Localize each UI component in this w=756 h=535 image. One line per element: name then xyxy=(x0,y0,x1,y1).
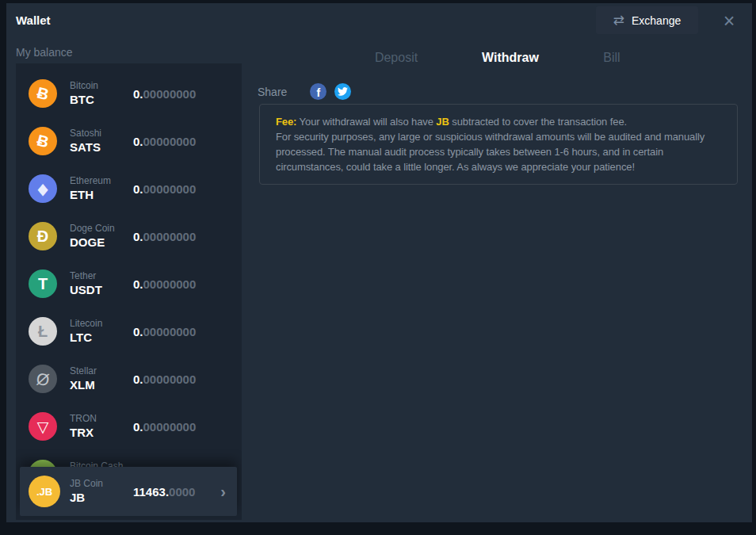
wallet-dialog: Wallet ⇄ Exchange × My balance Deposit W… xyxy=(6,3,752,522)
coin-name: TRON xyxy=(70,413,133,425)
my-balance-label: My balance xyxy=(16,46,73,59)
exchange-button-label: Exchange xyxy=(632,14,681,27)
exchange-button[interactable]: ⇄ Exchange xyxy=(596,6,698,34)
coin-name: Doge Coin xyxy=(70,223,133,235)
facebook-share-button[interactable]: f xyxy=(310,83,326,100)
coin-row-eth[interactable]: ◆ EthereumETH 0.00000000 xyxy=(16,165,242,212)
coin-balance: 0.00000000 xyxy=(133,87,196,101)
tether-icon: T xyxy=(29,269,57,298)
coin-name: Satoshi xyxy=(70,128,133,139)
coin-name: Ethereum xyxy=(70,175,133,187)
twitter-share-button[interactable] xyxy=(334,83,351,100)
fee-notice: Fee: Your withdrawal will also have JB s… xyxy=(259,104,738,185)
satoshi-icon: Ƀ xyxy=(29,127,57,155)
coin-symbol: LTC xyxy=(70,330,133,345)
coin-symbol: DOGE xyxy=(70,235,133,250)
coin-symbol: SATS xyxy=(70,139,133,155)
coin-row-ltc[interactable]: Ł LitecoinLTC 0.00000000 xyxy=(16,308,242,355)
tab-withdraw[interactable]: Withdraw xyxy=(482,51,539,65)
coin-balance: 0.00000000 xyxy=(133,135,196,148)
coin-name: Bitcoin xyxy=(70,80,133,92)
tab-deposit[interactable]: Deposit xyxy=(375,51,418,65)
coin-symbol: XLM xyxy=(70,377,133,392)
ethereum-icon: ◆ xyxy=(29,174,57,203)
fee-notice-body: For security purposes, any large or susp… xyxy=(276,129,721,174)
coin-row-usdt[interactable]: T TetherUSDT 0.00000000 xyxy=(16,260,242,308)
twitter-bird-icon xyxy=(338,87,348,96)
coin-name: Litecoin xyxy=(70,318,133,330)
jb-coin-icon: .JB xyxy=(29,476,60,507)
chevron-right-icon: › xyxy=(220,483,226,499)
coin-balance: 0.00000000 xyxy=(133,230,196,243)
coin-row-trx[interactable]: ▽ TRONTRX 0.00000000 xyxy=(16,403,242,450)
coin-row-btc[interactable]: Ƀ BitcoinBTC 0.00000000 xyxy=(16,70,242,117)
bitcoin-icon: Ƀ xyxy=(29,79,57,108)
share-label: Share xyxy=(258,86,287,98)
fee-jb-highlight: JB xyxy=(436,116,449,128)
close-icon[interactable]: × xyxy=(717,9,741,32)
coin-balance: 0.00000000 xyxy=(133,182,196,196)
coin-balance: 0.00000000 xyxy=(133,325,196,338)
litecoin-icon: Ł xyxy=(29,317,57,346)
coin-name: Stellar xyxy=(70,365,133,377)
fee-label: Fee: xyxy=(276,116,296,128)
share-row: Share f xyxy=(258,83,351,100)
coin-row-doge[interactable]: Đ Doge CoinDOGE 0.00000000 xyxy=(16,212,242,260)
coin-row-xlm[interactable]: Ø StellarXLM 0.00000000 xyxy=(16,355,242,403)
coin-row-sats[interactable]: Ƀ SatoshiSATS 0.00000000 xyxy=(16,117,242,165)
fee-text-post: subtracted to cover the transaction fee. xyxy=(449,116,627,128)
coin-name: JB Coin xyxy=(70,478,133,490)
coin-balance: 11463.0000 xyxy=(133,485,195,499)
coin-balance: 0.00000000 xyxy=(133,420,196,434)
coin-name: Tether xyxy=(70,270,133,282)
page-title: Wallet xyxy=(16,13,51,27)
coin-symbol: TRX xyxy=(70,425,133,440)
coin-list: Ƀ BitcoinBTC 0.00000000 Ƀ SatoshiSATS 0.… xyxy=(16,63,242,520)
coin-row-jb-selected[interactable]: .JB JB CoinJB 11463.0000 › xyxy=(20,467,237,516)
stellar-icon: Ø xyxy=(29,365,57,393)
coin-symbol: USDT xyxy=(70,282,133,297)
swap-arrows-icon: ⇄ xyxy=(613,13,624,27)
dogecoin-icon: Đ xyxy=(29,222,57,250)
facebook-icon: f xyxy=(317,87,321,98)
fee-text-pre: Your withdrawal will also have xyxy=(296,116,436,128)
coin-symbol: JB xyxy=(70,490,133,505)
coin-symbol: BTC xyxy=(70,92,133,107)
tab-bill[interactable]: Bill xyxy=(603,51,620,65)
tron-icon: ▽ xyxy=(29,412,57,441)
coin-symbol: ETH xyxy=(70,187,133,202)
coin-balance: 0.00000000 xyxy=(133,277,196,291)
coin-balance: 0.00000000 xyxy=(133,373,196,386)
